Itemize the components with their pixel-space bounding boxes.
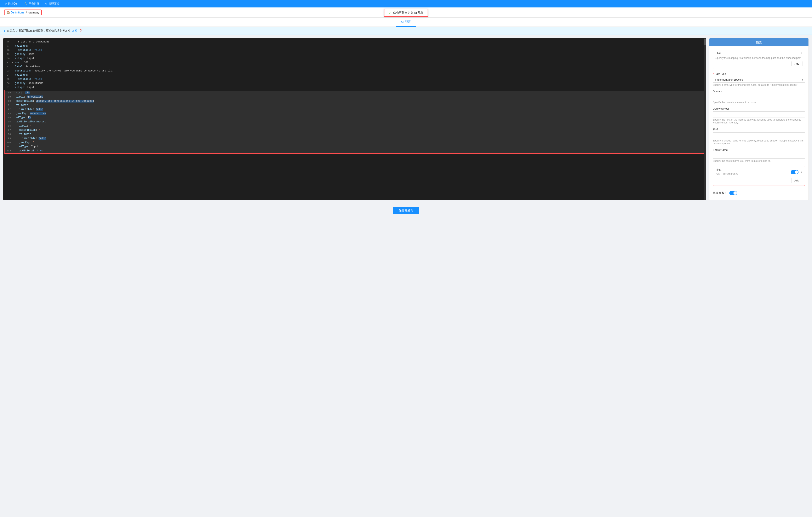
code-content[interactable]: 76 traits on a component 77 validate: 78… <box>3 38 706 171</box>
annotation-subtitle: 指定工作负载的注释 <box>716 172 738 176</box>
code-line-79: 79 jsonKey: name <box>3 52 706 56</box>
scrollbar-thumb[interactable] <box>704 39 706 45</box>
home-icon: 🏠 <box>7 11 10 14</box>
advanced-params-toggle[interactable] <box>729 191 737 195</box>
code-line-76: 76 traits on a component <box>3 40 706 44</box>
code-line-86: 86 jsonKey: secretName <box>3 81 706 85</box>
gateway-host-hint: Specify the host of the ingress gateway,… <box>713 118 805 124</box>
gateway-host-label: GatewayHost <box>713 107 729 110</box>
top-nav: ⚙ 持续交付 🔧 平台扩展 ⚙ 管理面板 <box>0 0 812 7</box>
breadcrumb-separator: / <box>26 11 27 14</box>
code-line-100: 100 jsonKey: '' <box>5 141 705 145</box>
code-line-81: 81 - sort: 107 <box>3 60 706 65</box>
nav-continuous-delivery[interactable]: ⚙ 持续交付 <box>2 1 21 6</box>
domain-section: Domain Specify the domain you want to ex… <box>713 90 805 104</box>
save-publish-button[interactable]: 保存并发布 <box>393 207 419 214</box>
code-line-93: 93 jsonKey: annotations <box>5 112 705 116</box>
name-input[interactable] <box>713 132 805 139</box>
code-line-77: 77 validate: <box>3 44 706 48</box>
code-line-78: 78 immutable: false <box>3 48 706 52</box>
gateway-host-section: GatewayHost Specify the host of the ingr… <box>713 107 805 124</box>
code-line-94: 94 uiType: KV <box>5 116 705 120</box>
advanced-params-label: 高级参数： <box>713 191 727 195</box>
gateway-host-input[interactable] <box>713 112 805 117</box>
delivery-icon: ⚙ <box>5 2 7 5</box>
preview-header: 预览 <box>709 38 809 47</box>
http-hint: Specify the mapping relationship between… <box>716 57 803 59</box>
breadcrumb-link[interactable]: Definitions <box>11 11 24 14</box>
code-line-91: 91 validate: <box>5 103 705 107</box>
code-line-80: 80 uiType: Input <box>3 56 706 60</box>
info-text: 自定义 UI 配置可以在右侧预览，更多信息请参考文档 <box>7 29 70 32</box>
code-line-97: 97 description: '' <box>5 128 705 132</box>
extension-icon: 🔧 <box>25 2 28 5</box>
path-type-select[interactable]: ImplementationSpecific Exact Prefix <box>713 77 805 83</box>
bottom-bar: 保存并发布 <box>0 204 812 217</box>
code-line-96: 96 label: '' <box>5 124 705 128</box>
code-line-92: 92 immutable: false <box>5 107 705 112</box>
annotation-section: 注解 指定工作负载的注释 ∧ Add <box>713 166 805 186</box>
domain-input[interactable] <box>713 94 805 100</box>
code-line-88: 88 - sort: 108 <box>5 91 705 95</box>
secret-name-hint: Specify the secret name you want to quot… <box>713 159 805 162</box>
admin-icon: ⚙ <box>45 2 48 5</box>
info-icon: ℹ <box>4 29 5 32</box>
tabs-bar: UI 配置 <box>0 18 812 27</box>
secret-name-label: SecretName <box>713 148 728 151</box>
code-line-84: 84 validate: <box>3 73 706 77</box>
selected-code-block: 88 - sort: 108 89 label: Annotations 90 … <box>4 90 705 154</box>
breadcrumb-current: gateway <box>28 11 39 14</box>
code-line-102: 102 additional: true <box>5 149 705 153</box>
success-toast: ✓ 成功更新自定义 UI 配置 <box>384 9 428 17</box>
doc-link[interactable]: 文档 <box>72 29 77 32</box>
domain-hint: Specify the domain you want to expose <box>713 101 805 104</box>
http-collapse-header[interactable]: * Http ∧ <box>713 50 805 57</box>
info-bar: ℹ 自定义 UI 配置可以在右侧预览，更多信息请参考文档 文档 ❓ <box>0 27 812 35</box>
http-section: * Http ∧ Specify the mapping relationshi… <box>713 50 805 69</box>
code-line-98: 98 validate: <box>5 132 705 136</box>
tab-ui-config[interactable]: UI 配置 <box>396 18 416 27</box>
http-label: Http <box>717 52 722 55</box>
code-line-89: 89 label: Annotations <box>5 95 705 99</box>
annotation-toggle[interactable] <box>791 170 799 174</box>
advanced-params: 高级参数： <box>713 189 805 197</box>
toast-container: ✓ 成功更新自定义 UI 配置 <box>384 9 428 17</box>
name-hint: Specify a unique name for this gateway, … <box>713 139 805 145</box>
domain-label: Domain <box>713 90 722 93</box>
scrollbar[interactable] <box>704 38 706 200</box>
name-section: 名称 Specify a unique name for this gatewa… <box>713 127 805 145</box>
path-type-section: * PathType ImplementationSpecific Exact … <box>713 72 805 86</box>
toast-check-icon: ✓ <box>388 11 391 15</box>
annotation-chevron-icon[interactable]: ∧ <box>800 171 802 174</box>
question-icon: ❓ <box>79 29 82 32</box>
annotation-add-button[interactable]: Add <box>791 178 802 183</box>
path-type-hint: Specify a pathType for the ingress rules… <box>713 84 805 86</box>
name-label: 名称 <box>713 127 718 131</box>
http-collapse-icon[interactable]: ∧ <box>801 52 803 55</box>
code-line-87: 87 uiType: Input <box>3 85 706 90</box>
toast-message: 成功更新自定义 UI 配置 <box>393 11 424 15</box>
path-type-label: PathType <box>715 72 726 75</box>
secret-name-section: SecretName Specify the secret name you w… <box>713 148 805 162</box>
code-line-90: 90 description: Specify the annotations … <box>5 99 705 103</box>
path-type-select-wrapper: ImplementationSpecific Exact Prefix ▾ <box>713 77 805 83</box>
preview-panel: 预览 * Http ∧ Specify the mapping relation… <box>709 38 809 200</box>
code-line-82: 82 label: SecretName <box>3 65 706 69</box>
nav-admin-panel[interactable]: ⚙ 管理面板 <box>43 1 61 6</box>
breadcrumb: 🏠 Definitions / gateway <box>4 9 42 15</box>
code-line-99: 99 immutable: false <box>5 136 705 141</box>
code-line-85: 85 immutable: false <box>3 77 706 81</box>
code-line-83: 83 description: Specify the secret name … <box>3 69 706 73</box>
annotation-title: 注解 <box>716 168 738 172</box>
preview-body[interactable]: * Http ∧ Specify the mapping relationshi… <box>709 47 809 200</box>
nav-platform-extension[interactable]: 🔧 平台扩展 <box>22 1 41 6</box>
code-editor[interactable]: 76 traits on a component 77 validate: 78… <box>3 38 706 200</box>
http-add-button[interactable]: Add <box>791 61 803 66</box>
secret-name-input[interactable] <box>713 153 805 159</box>
split-layout: 76 traits on a component 77 validate: 78… <box>0 35 812 204</box>
code-line-95: 95 additionalParameter: <box>5 120 705 124</box>
annotation-header: 注解 指定工作负载的注释 ∧ <box>713 166 805 178</box>
code-line-101: 101 uiType: Input <box>5 145 705 149</box>
